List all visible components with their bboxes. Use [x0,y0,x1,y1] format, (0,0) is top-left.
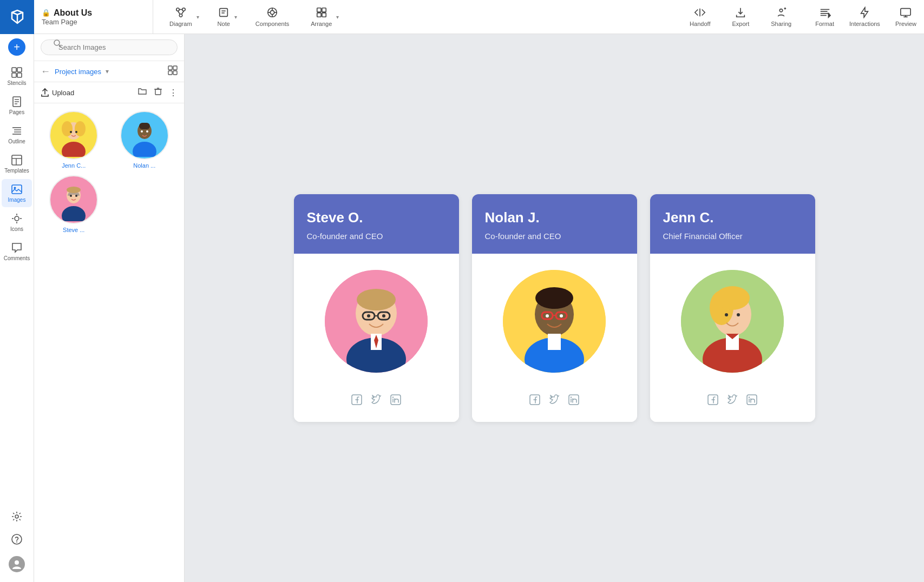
steve-name: Steve O. [307,209,446,226]
arrange-chevron[interactable]: ▾ [336,14,339,20]
nolan-facebook-icon[interactable] [529,394,540,408]
note-chevron[interactable]: ▾ [234,14,237,20]
svg-point-109 [546,314,549,318]
canvas[interactable]: Steve O. Co-founder and CEO [185,34,924,582]
project-title[interactable]: 🔒 About Us Team Page [34,0,153,34]
add-button[interactable]: + [8,38,25,56]
sidebar-item-templates[interactable]: Templates [2,150,32,178]
diagram-label: Diagram [169,21,192,27]
sidebar-item-icons[interactable]: Icons [2,208,32,236]
arrange-tool[interactable]: Arrange ▾ [300,0,346,34]
sidebar-user[interactable] [2,552,32,577]
diagram-item[interactable]: Diagram [166,6,195,27]
upload-button[interactable]: Upload [41,88,74,97]
search-input[interactable] [41,39,178,55]
image-thumb-steve[interactable]: Steve ... [42,175,106,233]
team-card-steve[interactable]: Steve O. Co-founder and CEO [294,194,459,422]
note-label: Note [218,21,230,27]
images-grid: Jenn C... Nolan ... [34,103,184,241]
team-card-jenn[interactable]: Jenn C. Chief Financial Officer [650,194,815,422]
toolbar: 🔒 About Us Team Page Diagram ▾ [0,0,924,34]
jenn-twitter-icon[interactable] [727,394,738,408]
nolan-twitter-icon[interactable] [549,394,560,408]
svg-point-71 [75,121,86,136]
card-header-jenn: Jenn C. Chief Financial Officer [650,194,815,254]
sidebar-comments-label: Comments [4,255,30,261]
back-button[interactable]: ← [41,66,50,77]
svg-rect-19 [322,13,326,17]
image-thumb-nolan[interactable]: Nolan ... [113,111,177,169]
sidebar-settings[interactable] [2,506,32,527]
jenn-avatar [681,270,784,373]
sharing-tool[interactable]: Sharing [760,0,802,34]
jenn-facebook-icon[interactable] [707,394,718,408]
sidebar-item-stencils[interactable]: Stencils [2,62,32,90]
main-content: + Stencils Pages [0,34,924,582]
svg-point-96 [382,314,385,318]
svg-point-117 [571,396,572,398]
export-item[interactable]: Export [729,6,752,27]
sidebar-templates-label: Templates [4,168,29,174]
nolan-name: Nolan J. [485,209,624,226]
diagram-tool[interactable]: Diagram ▾ [159,0,207,34]
sidebar-item-images[interactable]: Images [2,179,32,207]
sidebar-bottom [2,506,32,582]
handoff-item[interactable]: Handoff [686,6,713,27]
svg-point-129 [749,396,750,398]
toolbar-center: Diagram ▾ Note ▾ [153,0,808,34]
image-jenn-label: Jenn C... [62,162,86,169]
svg-point-73 [75,131,77,133]
svg-rect-47 [12,185,22,194]
sidebar-item-outline[interactable]: Outline [2,121,32,149]
sidebar-help[interactable] [2,529,32,550]
folder-action-icon[interactable] [137,87,147,98]
format-label: Format [815,21,834,27]
components-item[interactable]: Components [252,6,292,27]
delete-action-icon[interactable] [154,87,162,98]
svg-rect-63 [173,71,177,75]
image-thumb-jenn[interactable]: Jenn C... [42,111,106,169]
svg-rect-79 [139,123,150,129]
svg-point-110 [560,314,563,318]
svg-rect-18 [317,13,321,17]
sidebar-item-pages[interactable]: Pages [2,91,32,120]
note-tool[interactable]: Note ▾ [207,0,245,34]
handoff-tool[interactable]: Handoff [679,0,721,34]
svg-rect-101 [391,395,401,405]
diagram-chevron[interactable]: ▾ [196,14,199,20]
grid-view-button[interactable] [168,65,178,77]
jenn-name: Jenn C. [663,209,802,226]
sharing-item[interactable]: Sharing [768,6,795,27]
steve-role: Co-founder and CEO [307,232,446,241]
sidebar-item-comments[interactable]: Comments [2,237,32,266]
team-card-nolan[interactable]: Nolan J. Co-founder and CEO [472,194,637,422]
steve-social [351,389,401,411]
svg-rect-29 [901,9,910,16]
jenn-linkedin-icon[interactable] [746,394,757,408]
sidebar-outline-label: Outline [8,138,25,144]
card-header-nolan: Nolan J. Co-founder and CEO [472,194,637,254]
note-item[interactable]: Note [214,6,233,27]
svg-point-21 [779,9,783,12]
export-tool[interactable]: Export [721,0,760,34]
logo[interactable] [0,0,34,34]
components-tool[interactable]: Components [245,0,300,34]
steve-linkedin-icon[interactable] [390,394,401,408]
page-subtitle: Team Page [42,18,145,26]
format-tool[interactable]: Format [808,0,842,34]
sidebar-images-label: Images [8,197,26,203]
breadcrumb[interactable]: Project images [55,68,101,76]
steve-twitter-icon[interactable] [371,394,382,408]
preview-tool[interactable]: Preview [888,0,924,34]
handoff-label: Handoff [690,21,710,27]
more-action-icon[interactable]: ⋮ [169,88,178,98]
svg-point-121 [715,286,750,310]
svg-rect-33 [17,68,22,72]
svg-rect-61 [173,66,177,70]
steve-avatar [325,270,428,373]
lock-icon: 🔒 [42,9,50,17]
arrange-item[interactable]: Arrange [307,6,335,27]
steve-facebook-icon[interactable] [351,394,362,408]
interactions-tool[interactable]: Interactions [842,0,888,34]
nolan-linkedin-icon[interactable] [568,394,579,408]
